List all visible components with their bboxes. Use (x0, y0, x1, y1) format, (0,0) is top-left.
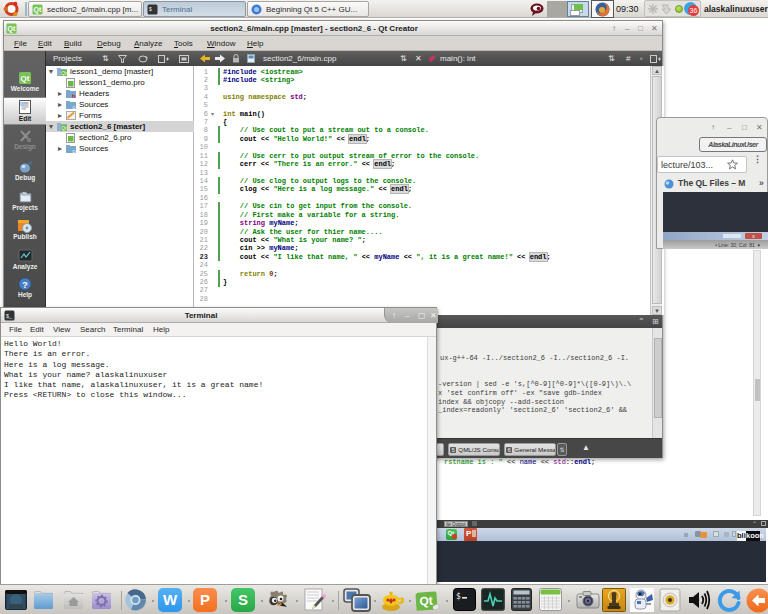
svg-text:Qt: Qt (61, 125, 67, 131)
svg-text:Qt: Qt (419, 594, 433, 609)
svg-text:$: $ (456, 592, 461, 601)
svg-text:c+: c+ (73, 104, 77, 110)
svg-text:?: ? (22, 280, 28, 290)
svg-text:Qt: Qt (34, 6, 42, 14)
svg-text:c+: c+ (73, 148, 77, 154)
svg-text:Qt: Qt (61, 70, 67, 76)
svg-text:h: h (72, 93, 76, 98)
svg-text:$: $ (149, 6, 152, 12)
svg-text:Qt: Qt (20, 74, 29, 83)
